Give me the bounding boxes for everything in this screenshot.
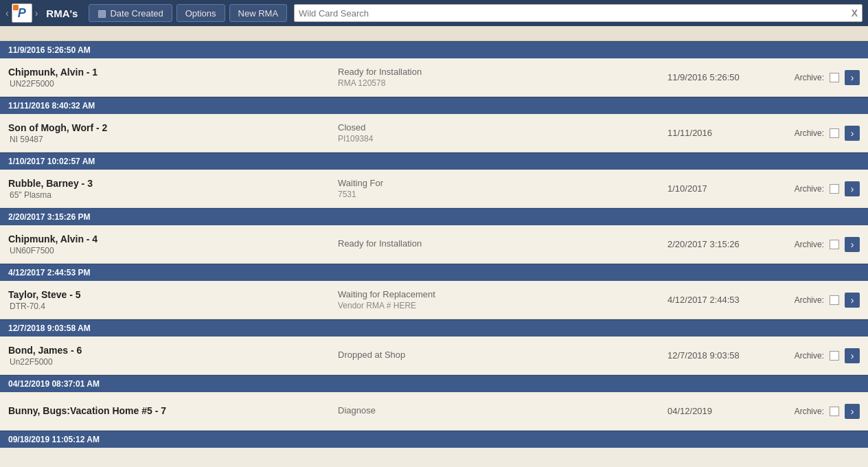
rma-actions: Archive: › xyxy=(777,70,860,85)
options-label: Options xyxy=(185,8,216,19)
table-row[interactable]: Son of Mogh, Worf - 2 NI 59487 Closed PI… xyxy=(0,114,868,152)
rma-ref: 7531 xyxy=(338,190,667,199)
archive-checkbox[interactable] xyxy=(830,351,839,361)
detail-chevron-button[interactable]: › xyxy=(845,237,860,252)
detail-chevron-button[interactable]: › xyxy=(845,181,860,196)
rma-status: Closed xyxy=(338,122,667,133)
logo[interactable]: P xyxy=(12,3,32,23)
rma-name: Son of Mogh, Worf - 2 xyxy=(8,122,338,133)
archive-checkbox[interactable] xyxy=(830,73,839,82)
date-group-header: 12/7/2018 9:03:58 AM xyxy=(0,319,868,337)
rma-ref: RMA 120578 xyxy=(338,78,667,88)
new-rma-button[interactable]: New RMA xyxy=(229,4,288,22)
toolbar: ‹ P › RMA's ▩ Date Created Options New R… xyxy=(0,0,868,26)
nav-controls: ‹ P › xyxy=(5,3,38,23)
table-row[interactable]: Bond, James - 6 Un22F5000 Dropped at Sho… xyxy=(0,337,868,375)
detail-chevron-button[interactable]: › xyxy=(845,70,860,85)
table-row[interactable]: Taylor, Steve - 5 DTR-70.4 Waiting for R… xyxy=(0,281,868,319)
rma-main: Son of Mogh, Worf - 2 NI 59487 xyxy=(8,122,338,144)
rma-actions: Archive: › xyxy=(777,348,860,363)
table-row[interactable]: Rubble, Barney - 3 65" Plasma Waiting Fo… xyxy=(0,170,868,208)
page-title: RMA's xyxy=(46,8,78,19)
search-box[interactable]: X xyxy=(294,4,863,22)
rma-date: 1/10/2017 xyxy=(667,183,777,194)
rma-actions: Archive: › xyxy=(777,237,860,252)
date-group-header: 2/20/2017 3:15:26 PM xyxy=(0,208,868,225)
archive-label: Archive: xyxy=(795,295,824,305)
rma-status: Ready for Installation xyxy=(338,67,667,77)
rma-sub: DTR-70.4 xyxy=(8,301,338,311)
date-group-header: 11/9/2016 5:26:50 AM xyxy=(0,41,868,58)
rma-date: 11/9/2016 5:26:50 xyxy=(667,72,777,82)
archive-label: Archive: xyxy=(795,240,824,249)
rma-main: Bond, James - 6 Un22F5000 xyxy=(8,345,338,367)
archive-label: Archive: xyxy=(795,128,824,138)
rma-ref: Vendor RMA # HERE xyxy=(338,301,667,310)
back-arrow[interactable]: ‹ xyxy=(5,8,9,19)
rma-date: 4/12/2017 2:44:53 xyxy=(667,295,777,305)
rma-sub: NI 59487 xyxy=(8,135,338,144)
table-row[interactable]: Chipmunk, Alvin - 4 UN60F7500 Ready for … xyxy=(0,225,868,264)
rma-date: 2/20/2017 3:15:26 xyxy=(667,239,777,249)
rma-status: Dropped at Shop xyxy=(338,350,667,360)
rma-name: Bond, James - 6 xyxy=(8,345,338,356)
archive-label: Archive: xyxy=(795,184,824,194)
rma-status-block: Closed PI109384 xyxy=(338,122,667,144)
forward-arrow[interactable]: › xyxy=(35,8,38,19)
date-created-button[interactable]: ▩ Date Created xyxy=(89,4,172,22)
rma-date: 12/7/2018 9:03:58 xyxy=(667,350,777,361)
rma-status: Waiting For xyxy=(338,178,667,188)
archive-checkbox[interactable] xyxy=(830,184,839,194)
date-created-label: Date Created xyxy=(110,8,163,19)
rma-status: Diagnose xyxy=(338,405,667,415)
detail-chevron-button[interactable]: › xyxy=(845,126,860,141)
search-input[interactable] xyxy=(299,8,852,19)
rma-status: Ready for Installation xyxy=(338,238,667,249)
rma-main: Rubble, Barney - 3 65" Plasma xyxy=(8,178,338,200)
rma-sub: 65" Plasma xyxy=(8,190,338,200)
rma-name: Bunny, Bugs:Vacation Home #5 - 7 xyxy=(8,405,338,416)
detail-chevron-button[interactable]: › xyxy=(845,404,860,419)
rma-actions: Archive: › xyxy=(777,181,860,196)
table-row[interactable]: Chipmunk, Alvin - 1 UN22F5000 Ready for … xyxy=(0,58,868,97)
rma-name: Rubble, Barney - 3 xyxy=(8,178,338,189)
logo-letter: P xyxy=(18,7,26,19)
rma-status: Waiting for Replacement xyxy=(338,289,667,299)
archive-label: Archive: xyxy=(795,351,824,361)
rma-sub: UN22F5000 xyxy=(8,79,338,89)
rma-actions: Archive: › xyxy=(777,293,860,308)
rma-name: Taylor, Steve - 5 xyxy=(8,289,338,300)
rma-main: Chipmunk, Alvin - 4 UN60F7500 xyxy=(8,234,338,255)
rma-name: Chipmunk, Alvin - 4 xyxy=(8,234,338,244)
rma-date: 04/12/2019 xyxy=(667,406,777,416)
date-group-header: 09/18/2019 11:05:12 AM xyxy=(0,431,868,448)
rma-ref: PI109384 xyxy=(338,134,667,144)
archive-label: Archive: xyxy=(795,73,824,82)
options-button[interactable]: Options xyxy=(176,4,225,22)
rma-status-block: Dropped at Shop xyxy=(338,350,667,361)
rma-date: 11/11/2016 xyxy=(667,128,777,138)
table-row[interactable]: Bunny, Bugs:Vacation Home #5 - 7 Diagnos… xyxy=(0,392,868,431)
rma-name: Chipmunk, Alvin - 1 xyxy=(8,67,338,78)
rma-main: Bunny, Bugs:Vacation Home #5 - 7 xyxy=(8,405,338,418)
archive-checkbox[interactable] xyxy=(830,128,839,138)
rma-sub: UN60F7500 xyxy=(8,246,338,255)
archive-checkbox[interactable] xyxy=(830,295,839,305)
archive-checkbox[interactable] xyxy=(830,240,839,249)
rma-main: Taylor, Steve - 5 DTR-70.4 xyxy=(8,289,338,311)
chart-icon: ▩ xyxy=(98,8,106,19)
detail-chevron-button[interactable]: › xyxy=(845,293,860,308)
rma-list: 11/9/2016 5:26:50 AM Chipmunk, Alvin - 1… xyxy=(0,41,868,448)
search-clear-button[interactable]: X xyxy=(852,8,858,19)
date-group-header: 1/10/2017 10:02:57 AM xyxy=(0,152,868,170)
new-rma-label: New RMA xyxy=(238,8,279,19)
archive-checkbox[interactable] xyxy=(830,407,839,416)
rma-status-block: Diagnose xyxy=(338,405,667,417)
rma-actions: Archive: › xyxy=(777,404,860,419)
logo-corner xyxy=(13,5,19,10)
sub-header xyxy=(0,26,868,41)
rma-actions: Archive: › xyxy=(777,126,860,141)
detail-chevron-button[interactable]: › xyxy=(845,348,860,363)
rma-sub: Un22F5000 xyxy=(8,357,338,367)
date-group-header: 4/12/2017 2:44:53 PM xyxy=(0,264,868,281)
